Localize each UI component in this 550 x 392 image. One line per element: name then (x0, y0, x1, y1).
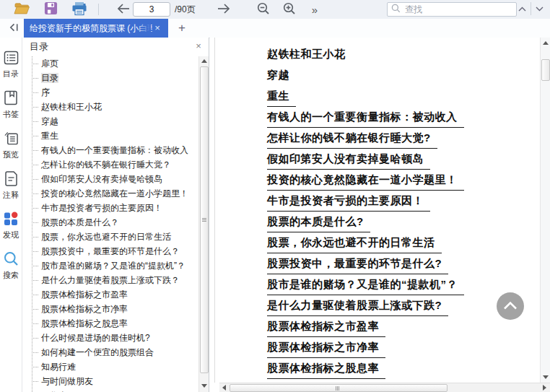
find-nav-buttons (514, 2, 548, 15)
sidebar-item-annotations[interactable]: 注释 (3, 171, 19, 199)
toc-item[interactable]: 什么时候是进场的最佳时机? (22, 331, 198, 345)
tab-title-fade (136, 19, 151, 38)
toc-item[interactable]: 牛市是投资者亏损的主要原因！ (22, 201, 198, 215)
toc-item[interactable]: 赵铁柱和王小花 (22, 100, 198, 114)
chevron-up-icon (503, 301, 518, 312)
toc-item[interactable]: 扉页 (22, 56, 198, 71)
toc-panel-title: 目录 (22, 38, 209, 56)
doc-heading[interactable]: 假如印第安人没有卖掉曼哈顿岛 (267, 148, 536, 169)
doc-heading[interactable]: 投资的核心竟然隐藏在一道小学题里！ (267, 169, 536, 190)
sidebar-item-toc[interactable]: 目录 (3, 51, 19, 78)
main-toolbar: /90页 » (0, 0, 550, 19)
document-vertical-scrollbar[interactable] (540, 38, 550, 383)
horizontal-scrollbar-thumb[interactable] (230, 384, 448, 392)
scroll-down-icon[interactable] (199, 381, 209, 391)
stacked-pages-icon (4, 131, 19, 148)
toc-close-icon[interactable]: × (193, 40, 204, 52)
tab-close-icon[interactable]: × (152, 19, 162, 38)
page-number-input[interactable] (133, 2, 170, 17)
doc-heading[interactable]: 怎样让你的钱不躺在银行睡大觉? (267, 127, 536, 148)
sidebar-item-label: 书签 (3, 110, 19, 118)
doc-heading[interactable]: 股票体检指标之市盈率 (267, 315, 536, 336)
new-tab-button[interactable]: + (173, 19, 191, 38)
document-tab-title: 给投资新手的极简股票课 (小白理 (30, 22, 152, 35)
toc-item[interactable]: 股票，你永远也避不开的日常生活 (22, 230, 198, 244)
toc-item[interactable]: 股票体检指标之市盈率 (22, 287, 198, 302)
doc-heading[interactable]: 股票体检指标之股息率 (267, 357, 536, 378)
document-horizontal-scrollbar[interactable] (219, 383, 550, 392)
search-magnifier-icon (4, 251, 19, 269)
toc-item[interactable]: 如何构建一个便宜的股票组合 (22, 345, 198, 360)
toc-scrollbar-thumb[interactable] (200, 66, 209, 373)
find-next-button[interactable] (531, 2, 548, 15)
toc-item[interactable]: 假如印第安人没有卖掉曼哈顿岛 (22, 172, 198, 186)
zoom-in-button[interactable] (280, 0, 299, 19)
chevron-up-icon (518, 5, 526, 13)
doc-heading[interactable]: 牛市是投资者亏损的主要原因！ (267, 190, 536, 211)
toc-item[interactable]: 怎样让你的钱不躺在银行睡大觉？ (22, 157, 198, 172)
toc-item[interactable]: 股票体检指标之股息率 (22, 316, 198, 331)
doc-heading[interactable]: 股票，你永远也避不开的日常生活 (267, 232, 536, 253)
scroll-left-icon[interactable] (219, 383, 229, 392)
doc-heading[interactable]: 股市是谁的赌场？又是谁的“提款机”？ (267, 274, 536, 295)
sidebar-item-preview[interactable]: 预览 (3, 131, 19, 159)
sidebar-item-discover[interactable]: 发现 (3, 212, 19, 239)
zoom-out-button[interactable] (254, 0, 273, 19)
toc-item[interactable]: 是什么力量驱使着股票上涨或下跌？ (22, 273, 198, 287)
document-tab[interactable]: 给投资新手的极简股票课 (小白理 × (24, 19, 168, 38)
previous-page-button[interactable] (114, 0, 133, 19)
bookmark-book-icon (4, 90, 18, 108)
toc-item[interactable]: 与时间做朋友 (22, 374, 198, 388)
sidebar-item-bookmarks[interactable]: 书签 (3, 90, 19, 118)
find-previous-button[interactable] (514, 2, 531, 15)
arrow-left-icon (116, 3, 131, 17)
doc-heading[interactable]: 穿越 (267, 64, 536, 85)
back-to-top-button[interactable] (497, 292, 524, 320)
doc-heading[interactable]: 有钱人的一个重要衡量指标：被动收入 (267, 106, 536, 127)
toc-item[interactable]: 知易行难 (22, 360, 198, 374)
toc-item-selected[interactable]: 目录 (22, 71, 198, 85)
doc-heading[interactable]: 赵铁柱和王小花 (267, 43, 536, 64)
chevron-left-bar-icon (9, 22, 19, 35)
sidebar-item-search[interactable]: 搜索 (3, 251, 19, 279)
open-file-button[interactable] (12, 0, 32, 19)
document-scrollbar-thumb[interactable] (541, 59, 550, 81)
toc-item[interactable]: 股票的本质是什么？ (22, 215, 198, 230)
doc-heading[interactable]: 股票的本质是什么? (267, 211, 536, 232)
find-box[interactable] (387, 2, 517, 17)
find-input[interactable] (403, 4, 518, 15)
print-button[interactable] (69, 0, 90, 19)
toc-scrollbar[interactable] (198, 56, 209, 392)
more-tools-button[interactable]: » (307, 0, 323, 19)
toc-item[interactable]: 重生 (22, 129, 198, 143)
toc-item[interactable]: 股票体检指标之市净率 (22, 302, 198, 316)
toc-item[interactable]: 股市是谁的赌场？又是谁的“提款机”？ (22, 258, 198, 273)
doc-heading[interactable]: 重生 (267, 85, 536, 106)
toc-item[interactable]: 投资的核心竟然隐藏在一道小学题里！ (22, 186, 198, 201)
zoom-in-icon (283, 2, 296, 17)
search-icon (391, 4, 401, 15)
doc-heading[interactable]: 股票投资中，最重要的环节是什么? (267, 253, 536, 274)
toc-item[interactable]: 股票投资中，最重要的环节是什么？ (22, 244, 198, 258)
toc-item[interactable]: 序 (22, 85, 198, 100)
sidebar-item-label: 注释 (3, 191, 19, 199)
toc-item[interactable]: 穿越 (22, 114, 198, 129)
sidebar-rail: 目录 书签 预览 (0, 38, 22, 392)
sidebar-item-label: 搜索 (3, 271, 19, 279)
scroll-up-icon[interactable] (199, 56, 209, 66)
page-total-label: /90页 (175, 0, 196, 19)
save-button[interactable] (41, 0, 60, 19)
scroll-down-icon[interactable] (541, 373, 550, 382)
pdf-page-content: 赵铁柱和王小花 穿越 重生 有钱人的一个重要衡量指标：被动收入 怎样让你的钱不躺… (267, 43, 536, 378)
toc-item[interactable]: 管住自己 (22, 388, 198, 392)
doc-heading[interactable]: 股票体检指标之市净率 (267, 336, 536, 357)
doc-heading[interactable]: 是什么力量驱使着股票上涨或下跌? (267, 295, 536, 315)
scroll-right-icon[interactable] (540, 383, 549, 392)
save-icon (44, 1, 58, 17)
scroll-up-icon[interactable] (541, 38, 550, 48)
zoom-out-icon (257, 2, 270, 17)
next-page-button[interactable] (214, 0, 233, 19)
collapse-tabs-button[interactable] (6, 19, 22, 38)
toc-panel: 目录 × 扉页 目录 序 赵铁柱和王小花 穿越 重生 有钱人的一个重要衡量指标：… (22, 38, 209, 392)
toc-item[interactable]: 有钱人的一个重要衡量指标：被动收入 (22, 143, 198, 157)
